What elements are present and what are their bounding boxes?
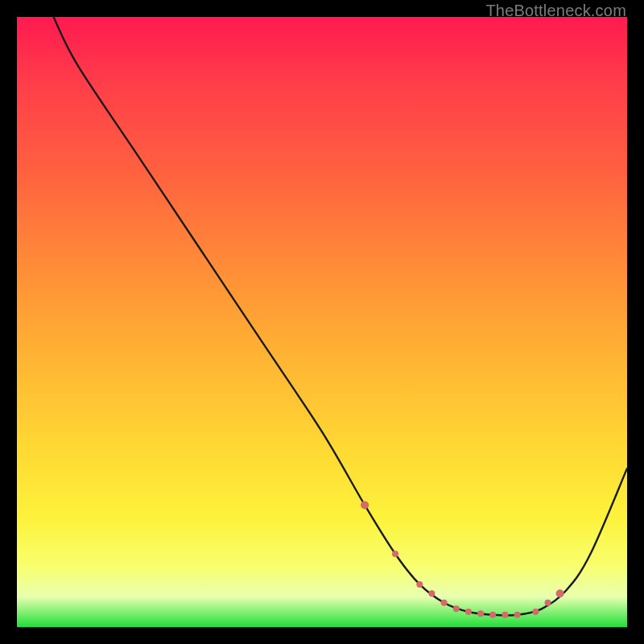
bead-dot — [416, 581, 423, 588]
chart-plot-area — [17, 17, 627, 627]
bead-dot — [532, 609, 539, 615]
bead-dot — [465, 609, 472, 615]
bead-dot — [502, 612, 508, 618]
watermark-text: TheBottleneck.com — [485, 2, 626, 20]
bead-dot — [514, 612, 521, 618]
bead-dot — [477, 610, 484, 617]
bead-dot — [361, 501, 369, 509]
bead-dot — [441, 600, 448, 606]
bead-dot — [392, 551, 398, 557]
bead-dot — [428, 590, 435, 597]
bottleneck-curve — [17, 17, 627, 627]
bead-dot — [453, 605, 460, 612]
chart-frame: TheBottleneck.com — [0, 0, 644, 644]
bead-dot — [489, 612, 496, 618]
bead-dot — [545, 600, 551, 606]
bead-dot — [556, 589, 564, 597]
